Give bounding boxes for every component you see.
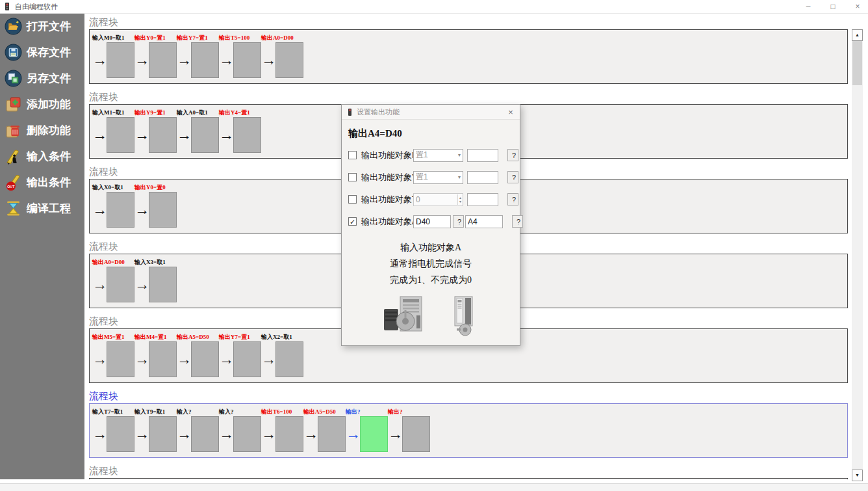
vertical-scrollbar[interactable]: ▲ ▼ [852, 29, 863, 481]
dialog-info-line: 输入功能对象A [342, 239, 520, 256]
flow-step-block[interactable] [233, 117, 261, 153]
dialog-close-icon[interactable]: × [506, 107, 515, 117]
flow-step: 输出T6=100→ [261, 407, 303, 457]
dropdown-select[interactable]: 置1▾ [413, 171, 463, 184]
dialog-images [342, 296, 520, 339]
flow-block-title: 流程块 [89, 390, 848, 402]
flow-block-section-7: 流程块 [89, 465, 848, 479]
flow-step-label: 输出Y4=置1 [219, 109, 250, 117]
flow-step: 输出M4=置1→ [134, 332, 177, 382]
help-button[interactable]: ? [453, 215, 464, 228]
help-button[interactable]: ? [507, 193, 518, 206]
sidebar-item-label: 另存文件 [27, 71, 71, 86]
sidebar-item-2[interactable]: 保存文件 [0, 39, 84, 65]
flow-step-block[interactable] [233, 42, 261, 78]
flow-step-block[interactable] [233, 416, 261, 452]
flow-step-block[interactable] [107, 42, 134, 78]
sidebar-item-label: 删除功能 [27, 123, 71, 138]
flow-step-block[interactable] [233, 341, 261, 377]
flow-step-block[interactable] [318, 416, 346, 452]
checkbox[interactable] [348, 173, 357, 181]
value-field[interactable] [413, 215, 451, 228]
flow-step-label: 输入T7=取1 [92, 408, 123, 416]
arrow-icon: → [219, 116, 233, 153]
flow-step-block[interactable] [275, 42, 303, 78]
output-condition-icon: OUT [5, 174, 23, 191]
flow-step-block[interactable] [149, 42, 177, 78]
dropdown-select[interactable]: 置1▾ [413, 149, 463, 162]
flow-step-block[interactable] [402, 416, 430, 452]
extra-field[interactable] [467, 171, 498, 184]
flow-step-block[interactable] [360, 416, 388, 452]
scroll-down-icon[interactable]: ▼ [852, 470, 863, 481]
flow-step: 输出A0=D00→ [92, 258, 134, 308]
extra-field[interactable] [467, 193, 498, 206]
sidebar-item-7[interactable]: OUT输出条件 [0, 169, 84, 195]
help-button[interactable]: ? [512, 215, 523, 228]
flow-step-block[interactable] [191, 341, 219, 377]
minimize-button[interactable]: – [803, 0, 813, 13]
flow-block-section-1: 流程块输入M0=取1→输出Y0=置1→输出Y7=置1→输出T5=100→输出A0… [89, 16, 848, 84]
flow-step-label: 输出T5=100 [219, 34, 249, 42]
flow-step: 输出T5=100→ [219, 33, 261, 83]
number-spinner[interactable]: 0▴▾ [413, 193, 463, 206]
flow-step: 输出Y0=置1→ [134, 33, 177, 83]
checkbox[interactable] [348, 195, 357, 204]
dialog-heading: 输出A4=D40 [348, 127, 520, 140]
flow-block-section-6: 流程块输入T7=取1→输入T9=取1→输入?→输入?→输出T6=100→输出A5… [89, 390, 848, 458]
flow-step-block[interactable] [107, 341, 134, 377]
flow-step-block[interactable] [149, 341, 177, 377]
flow-block-container[interactable]: 输入M0=取1→输出Y0=置1→输出Y7=置1→输出T5=100→输出A0=D0… [89, 29, 848, 84]
arrow-icon: → [92, 266, 107, 302]
arrow-icon: → [388, 416, 402, 452]
save-as-file-icon [5, 70, 23, 87]
flow-block-title: 流程块 [89, 91, 848, 103]
flow-step-label: 输入X2=取1 [261, 333, 292, 341]
scroll-up-icon[interactable]: ▲ [852, 29, 863, 41]
flow-step-block[interactable] [191, 117, 219, 153]
checkbox[interactable]: ✓ [348, 217, 357, 226]
sidebar-item-4[interactable]: 添加功能 [0, 91, 84, 117]
flow-step-block[interactable] [191, 416, 219, 452]
flow-step: 输入?→ [219, 407, 261, 457]
close-button[interactable]: × [852, 0, 863, 13]
arrow-icon: → [261, 341, 275, 377]
flow-block-container[interactable]: 输入T7=取1→输入T9=取1→输入?→输入?→输出T6=100→输出A5=D5… [89, 403, 848, 458]
flow-step-block[interactable] [149, 267, 177, 302]
flow-step-label: 输入X3=取1 [134, 258, 166, 267]
scrollbar-thumb[interactable] [852, 41, 862, 85]
sidebar-item-label: 保存文件 [27, 45, 71, 60]
help-button[interactable]: ? [507, 149, 518, 161]
target-field[interactable] [465, 215, 503, 228]
flow-step-block[interactable] [275, 341, 303, 377]
sidebar-item-6[interactable]: 输入条件 [0, 143, 84, 169]
dialog-info-line: 完成为1、不完成为0 [342, 272, 520, 288]
arrow-icon: → [92, 42, 107, 78]
maximize-button[interactable]: □ [828, 0, 838, 13]
flow-step-label: 输入X0=取1 [92, 183, 123, 192]
flow-step-block[interactable] [191, 42, 219, 78]
sidebar-item-3[interactable]: 另存文件 [0, 65, 84, 91]
flow-step-block[interactable] [107, 192, 134, 228]
flow-step-block[interactable] [275, 416, 303, 452]
flow-step-block[interactable] [107, 416, 134, 452]
flow-step-block[interactable] [107, 117, 134, 153]
help-button[interactable]: ? [507, 171, 518, 183]
sidebar-item-5[interactable]: 删除功能 [0, 117, 84, 143]
arrow-icon: → [134, 116, 149, 153]
flow-step-block[interactable] [149, 117, 177, 153]
arrow-icon: → [261, 416, 275, 452]
flow-step-block[interactable] [149, 192, 177, 228]
flow-step-label: 输出Y0=置0 [134, 183, 166, 192]
flow-block-container[interactable] [89, 478, 848, 479]
spinner-arrows-icon[interactable]: ▴▾ [457, 194, 463, 205]
flow-step: 输入X0=取1→ [92, 183, 134, 233]
arrow-icon: → [177, 416, 191, 452]
extra-field[interactable] [467, 149, 498, 162]
flow-step-block[interactable] [107, 267, 134, 302]
arrow-icon: → [134, 341, 149, 377]
checkbox[interactable] [348, 151, 357, 159]
sidebar-item-1[interactable]: 打开文件 [0, 13, 84, 39]
sidebar-item-8[interactable]: 编译工程 [0, 195, 84, 221]
flow-step-block[interactable] [149, 416, 177, 452]
